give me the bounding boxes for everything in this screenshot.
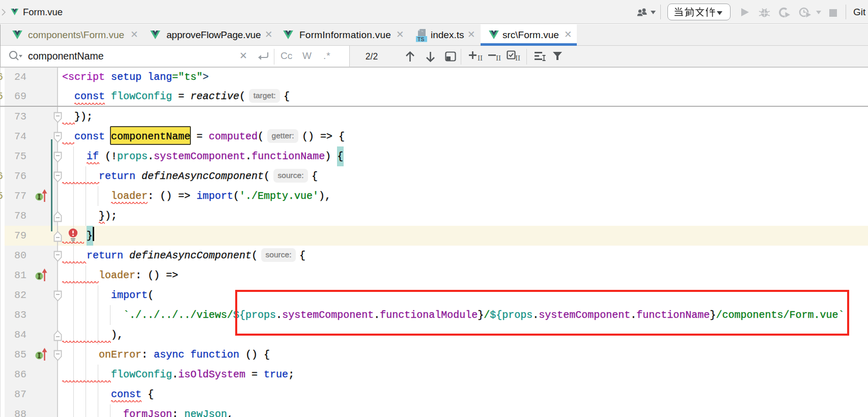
svg-text:TS: TS	[417, 36, 424, 42]
